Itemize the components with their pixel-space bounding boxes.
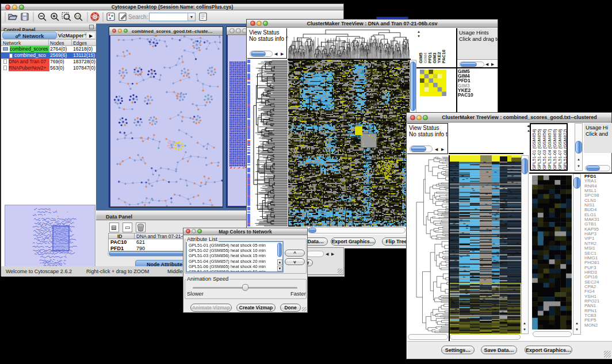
svg-text:1:1: 1:1 bbox=[76, 15, 80, 18]
